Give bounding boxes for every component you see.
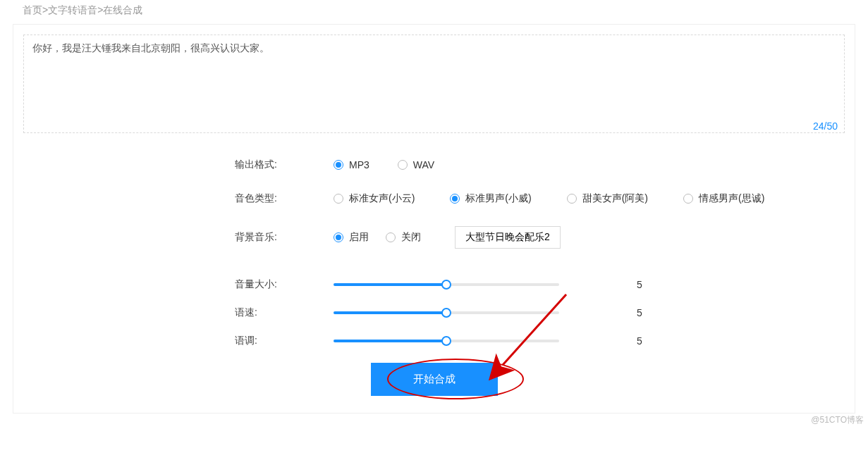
radio-male-std[interactable]: 标准男声(小威): [450, 192, 531, 205]
label-voice-type: 音色类型:: [235, 192, 334, 205]
radio-bgmusic-on[interactable]: 启用: [334, 231, 369, 244]
row-pitch: 语调: 5: [235, 335, 845, 347]
radio-icon: [334, 194, 343, 204]
row-volume: 音量大小: 5: [235, 278, 845, 291]
label-bg-music: 背景音乐:: [235, 231, 334, 244]
breadcrumb-current: 在线合成: [103, 4, 142, 15]
breadcrumb-section[interactable]: 文字转语音: [48, 4, 97, 15]
radio-female-std[interactable]: 标准女声(小云): [334, 192, 415, 205]
slider-value-speed: 5: [637, 307, 658, 318]
breadcrumb-sep: >: [42, 4, 48, 15]
radio-label: WAV: [413, 159, 434, 170]
radio-label: 启用: [349, 231, 369, 244]
radio-label: 标准男声(小威): [465, 192, 531, 205]
row-voice-type: 音色类型: 标准女声(小云) 标准男声(小威) 甜美女声(阿美): [235, 192, 845, 205]
radio-male-emotion[interactable]: 情感男声(思诚): [683, 192, 764, 205]
slider-value-pitch: 5: [637, 335, 658, 347]
bg-music-select-button[interactable]: 大型节日晚会配乐2: [455, 226, 561, 249]
radio-group-output-format: MP3 WAV: [334, 159, 434, 170]
radio-icon: [450, 194, 460, 204]
radio-label: 关闭: [401, 231, 421, 244]
radio-label: MP3: [349, 159, 369, 170]
slider-thumb-icon[interactable]: [441, 336, 451, 346]
label-pitch: 语调:: [235, 335, 334, 347]
radio-wav[interactable]: WAV: [398, 159, 434, 170]
radio-icon: [386, 232, 396, 242]
slider-volume[interactable]: [334, 283, 559, 286]
radio-group-voice-type: 标准女声(小云) 标准男声(小威) 甜美女声(阿美) 情感男声(思诚): [334, 192, 764, 205]
start-synthesis-button[interactable]: 开始合成: [371, 363, 498, 396]
label-output-format: 输出格式:: [235, 158, 334, 171]
actions-area: 开始合成: [23, 363, 845, 396]
breadcrumb: 首页>文字转语音>在线合成: [13, 0, 855, 24]
slider-speed[interactable]: [334, 311, 559, 314]
radio-icon: [683, 194, 693, 204]
radio-label: 情感男声(思诚): [699, 192, 764, 205]
watermark-text: @51CTO博客: [811, 414, 864, 426]
radio-icon: [567, 194, 577, 204]
radio-female-sweet[interactable]: 甜美女声(阿美): [567, 192, 648, 205]
row-output-format: 输出格式: MP3 WAV: [235, 158, 845, 171]
label-speed: 语速:: [235, 306, 334, 319]
radio-label: 甜美女声(阿美): [582, 192, 648, 205]
slider-thumb-icon[interactable]: [441, 308, 451, 318]
radio-group-bg-music: 启用 关闭 大型节日晚会配乐2: [334, 226, 561, 249]
label-volume: 音量大小:: [235, 278, 334, 291]
breadcrumb-home[interactable]: 首页: [23, 4, 42, 15]
slider-thumb-icon[interactable]: [441, 280, 451, 290]
slider-value-volume: 5: [637, 279, 658, 290]
radio-mp3[interactable]: MP3: [334, 159, 369, 170]
radio-bgmusic-off[interactable]: 关闭: [386, 231, 421, 244]
radio-label: 标准女声(小云): [349, 192, 415, 205]
char-counter: 24/50: [813, 120, 838, 132]
row-bg-music: 背景音乐: 启用 关闭 大型节日晚会配乐2: [235, 226, 845, 249]
tts-text-input[interactable]: [23, 35, 845, 133]
radio-icon: [334, 232, 343, 242]
svg-line-0: [503, 294, 566, 365]
row-speed: 语速: 5: [235, 306, 845, 319]
radio-icon: [334, 160, 343, 170]
radio-icon: [398, 160, 408, 170]
main-card: 24/50 输出格式: MP3 WAV 音色类型: [13, 24, 855, 414]
slider-pitch[interactable]: [334, 340, 559, 342]
